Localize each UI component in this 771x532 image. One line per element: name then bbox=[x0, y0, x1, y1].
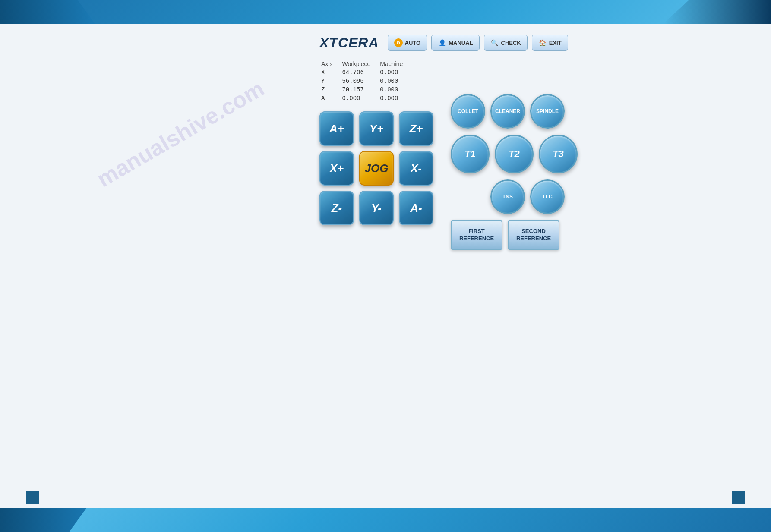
empty-slot bbox=[451, 179, 485, 214]
table-row: Y 56.090 0.000 bbox=[319, 77, 411, 85]
bottom-bar bbox=[0, 508, 771, 532]
z-minus-button[interactable]: Z- bbox=[319, 191, 354, 225]
machine-z: 0.000 bbox=[378, 85, 411, 94]
jog-button[interactable]: JOG bbox=[359, 151, 394, 186]
exit-button[interactable]: 🏠 EXIT bbox=[532, 35, 568, 51]
brand-logo: XTCERA bbox=[319, 35, 379, 51]
auto-button[interactable]: ⚙ AUTO bbox=[388, 35, 427, 51]
first-reference-button[interactable]: FIRST REFERENCE bbox=[451, 220, 502, 250]
z-plus-button[interactable]: Z+ bbox=[399, 111, 433, 146]
bottom-left-accent bbox=[0, 508, 95, 532]
workpiece-z: 70.157 bbox=[340, 85, 378, 94]
table-row: A 0.000 0.000 bbox=[319, 94, 411, 103]
exit-label: EXIT bbox=[549, 40, 562, 46]
col-machine: Machine bbox=[378, 60, 411, 68]
axis-y: Y bbox=[319, 77, 340, 85]
second-reference-label: SECOND REFERENCE bbox=[516, 228, 551, 242]
main-content: XTCERA ⚙ AUTO 👤 MANUAL 🔍 CHECK 🏠 EXIT bbox=[319, 35, 743, 250]
t2-button[interactable]: T2 bbox=[495, 135, 534, 173]
machine-x: 0.000 bbox=[378, 68, 411, 77]
tlc-button[interactable]: TLC bbox=[530, 179, 565, 214]
top-right-accent bbox=[663, 0, 771, 24]
axis-a: A bbox=[319, 94, 340, 103]
jog-panel: A+ Y+ Z+ X+ JOG X- Z- Y- A- bbox=[319, 111, 433, 225]
workpiece-a: 0.000 bbox=[340, 94, 378, 103]
axis-z: Z bbox=[319, 85, 340, 94]
right-section: COLLET CLEANER SPINDLE T1 T2 T3 TNS TLC bbox=[451, 60, 578, 250]
collet-button[interactable]: COLLET bbox=[451, 94, 485, 129]
tool-row-2: T1 T2 T3 bbox=[451, 135, 578, 173]
x-plus-button[interactable]: X+ bbox=[319, 151, 354, 186]
manual-label: MANUAL bbox=[449, 40, 473, 46]
spindle-button[interactable]: SPINDLE bbox=[530, 94, 565, 129]
top-bar bbox=[0, 0, 771, 24]
y-plus-button[interactable]: Y+ bbox=[359, 111, 394, 146]
table-row: X 64.706 0.000 bbox=[319, 68, 411, 77]
left-section: Axis Workpiece Machine X 64.706 0.000 Y bbox=[319, 60, 433, 225]
header-row: XTCERA ⚙ AUTO 👤 MANUAL 🔍 CHECK 🏠 EXIT bbox=[319, 35, 743, 51]
machine-a: 0.000 bbox=[378, 94, 411, 103]
tns-button[interactable]: TNS bbox=[490, 179, 525, 214]
t3-button[interactable]: T3 bbox=[539, 135, 578, 173]
second-reference-button[interactable]: SECOND REFERENCE bbox=[508, 220, 559, 250]
check-button[interactable]: 🔍 CHECK bbox=[484, 35, 528, 51]
table-row: Z 70.157 0.000 bbox=[319, 85, 411, 94]
exit-icon: 🏠 bbox=[538, 38, 547, 47]
a-minus-button[interactable]: A- bbox=[399, 191, 433, 225]
auto-icon: ⚙ bbox=[394, 38, 403, 47]
x-minus-button[interactable]: X- bbox=[399, 151, 433, 186]
tool-row-1: COLLET CLEANER SPINDLE bbox=[451, 94, 578, 129]
check-label: CHECK bbox=[501, 40, 521, 46]
col-workpiece: Workpiece bbox=[340, 60, 378, 68]
data-table: Axis Workpiece Machine X 64.706 0.000 Y bbox=[319, 60, 433, 103]
t1-button[interactable]: T1 bbox=[451, 135, 490, 173]
machine-y: 0.000 bbox=[378, 77, 411, 85]
col-axis: Axis bbox=[319, 60, 340, 68]
reference-row: FIRST REFERENCE SECOND REFERENCE bbox=[451, 220, 578, 250]
watermark: manualshive.com bbox=[92, 76, 269, 192]
tool-row-3: TNS TLC bbox=[451, 179, 578, 214]
workpiece-x: 64.706 bbox=[340, 68, 378, 77]
bottom-right-box bbox=[732, 491, 745, 504]
bottom-left-box bbox=[26, 491, 39, 504]
manual-button[interactable]: 👤 MANUAL bbox=[431, 35, 479, 51]
check-icon: 🔍 bbox=[490, 38, 499, 47]
cleaner-button[interactable]: CLEANER bbox=[490, 94, 525, 129]
workpiece-y: 56.090 bbox=[340, 77, 378, 85]
manual-icon: 👤 bbox=[438, 38, 446, 47]
axis-x: X bbox=[319, 68, 340, 77]
auto-label: AUTO bbox=[405, 40, 421, 46]
top-left-accent bbox=[0, 0, 95, 24]
y-minus-button[interactable]: Y- bbox=[359, 191, 394, 225]
first-reference-label: FIRST REFERENCE bbox=[459, 228, 494, 242]
a-plus-button[interactable]: A+ bbox=[319, 111, 354, 146]
